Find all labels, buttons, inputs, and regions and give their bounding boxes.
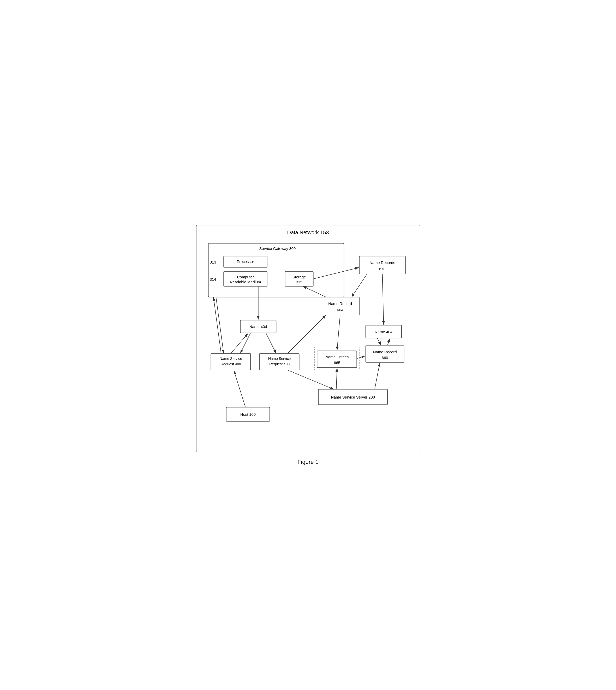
name-entries-665-label1: Name Entries	[325, 355, 349, 359]
name-record-604-box	[321, 297, 359, 315]
name-records-670-label1: Name Records	[370, 260, 395, 265]
crm-label-line2: Readable Medium	[230, 280, 261, 284]
name-records-670-label2: 670	[379, 267, 386, 271]
arrow-host-to-nsr400	[234, 370, 245, 407]
diagram-svg-container: Service Gateway 300 313 Processor 314 Co…	[201, 239, 416, 448]
nsr-408-label1: Name Service	[268, 357, 291, 361]
arrow-namerecord660-to-name404b	[388, 338, 390, 345]
processor-label: Processor	[237, 259, 254, 264]
main-svg: Service Gateway 300 313 Processor 314 Co…	[201, 239, 416, 448]
arrow-name404b-to-namerecord660	[377, 338, 381, 345]
host-100-label: Host 100	[240, 412, 256, 416]
crm-label-line1: Computer	[237, 275, 254, 279]
arrow-nss-to-nameentries	[336, 368, 337, 389]
label-313: 313	[210, 260, 216, 264]
diagram-outer: Data Network 153 Service Gateway 300 313	[196, 225, 420, 452]
outer-title: Data Network 153	[201, 230, 416, 235]
name-404a-label: Name 404	[249, 325, 267, 329]
name-record-660-label1: Name Record	[373, 350, 397, 354]
nsr-400-label2: Request 400	[220, 362, 241, 366]
name-records-670-box	[359, 256, 405, 274]
name-404b-label: Name 404	[375, 330, 392, 334]
storage-label-line1: Storage	[292, 275, 306, 279]
arrow-namerecord604-to-nameentries	[337, 315, 340, 350]
arrow-nsr408-to-namerecord604	[287, 315, 326, 353]
figure-caption: Figure 1	[196, 459, 420, 465]
nsr-400-label1: Name Service	[219, 357, 242, 361]
nsr-408-label2: Request 408	[269, 362, 290, 366]
name-record-604-label2: 604	[337, 308, 343, 312]
arrow-nsr408-to-nss	[287, 370, 334, 390]
arrow-nameentries-to-namerecord660	[357, 356, 365, 359]
arrow-name404a-to-nsr400	[240, 333, 250, 353]
arrow-nss-to-namerecord660	[375, 363, 380, 389]
name-entries-665-box	[317, 351, 357, 368]
nss-200-label: Name Service Server 200	[331, 395, 375, 399]
page-container: Data Network 153 Service Gateway 300 313	[196, 225, 420, 465]
nsr-400-box	[211, 353, 250, 370]
name-entries-665-label2: 665	[334, 361, 340, 365]
name-record-660-label2: 660	[382, 355, 388, 360]
storage-label-line2: 315	[296, 280, 302, 284]
service-gateway-title: Service Gateway 300	[259, 246, 295, 250]
name-record-604-label1: Name Record	[328, 301, 352, 306]
arrow-namerecords-to-name404b	[382, 274, 383, 325]
label-314: 314	[210, 277, 216, 281]
nsr-408-box	[259, 353, 299, 370]
service-gateway-box	[208, 243, 344, 297]
arrow-namerecords-to-namerecord604	[351, 274, 367, 297]
arrow-name404a-to-nsr408	[266, 333, 276, 353]
